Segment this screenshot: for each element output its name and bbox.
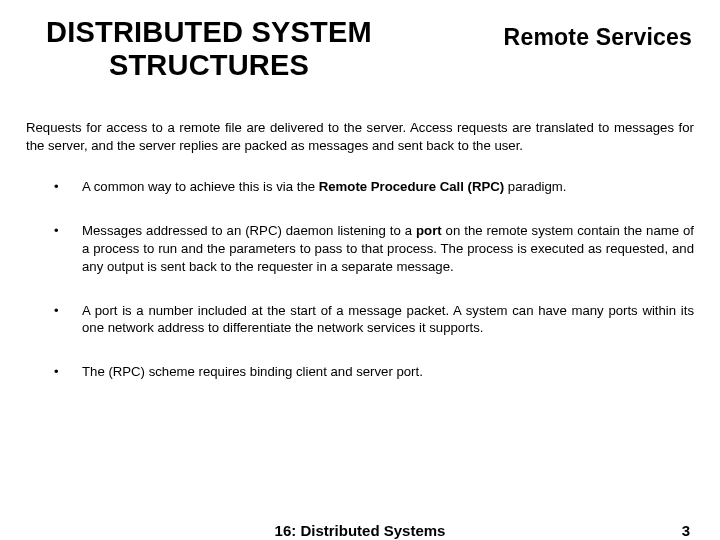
footer-label: 16: Distributed Systems xyxy=(275,522,446,539)
intro-paragraph: Requests for access to a remote file are… xyxy=(24,119,696,155)
bullet-list: A common way to achieve this is via the … xyxy=(24,178,696,381)
slide: DISTRIBUTED SYSTEM STRUCTURES Remote Ser… xyxy=(0,0,720,540)
main-title: DISTRIBUTED SYSTEM STRUCTURES xyxy=(24,16,394,83)
page-number: 3 xyxy=(682,522,690,539)
bullet-bold: port xyxy=(416,223,442,238)
section-title: Remote Services xyxy=(504,24,692,51)
title-line-1: DISTRIBUTED SYSTEM xyxy=(46,16,372,48)
bullet-text: Messages addressed to an (RPC) daemon li… xyxy=(82,223,416,238)
list-item: Messages addressed to an (RPC) daemon li… xyxy=(54,222,694,275)
bullet-text: A port is a number included at the start… xyxy=(82,303,694,336)
bullet-text: paradigm. xyxy=(504,179,566,194)
slide-header: DISTRIBUTED SYSTEM STRUCTURES Remote Ser… xyxy=(24,16,696,83)
list-item: The (RPC) scheme requires binding client… xyxy=(54,363,694,381)
bullet-text: The (RPC) scheme requires binding client… xyxy=(82,364,423,379)
title-line-2: STRUCTURES xyxy=(109,49,309,81)
bullet-text: A common way to achieve this is via the xyxy=(82,179,319,194)
list-item: A common way to achieve this is via the … xyxy=(54,178,694,196)
list-item: A port is a number included at the start… xyxy=(54,302,694,338)
bullet-bold: Remote Procedure Call (RPC) xyxy=(319,179,504,194)
